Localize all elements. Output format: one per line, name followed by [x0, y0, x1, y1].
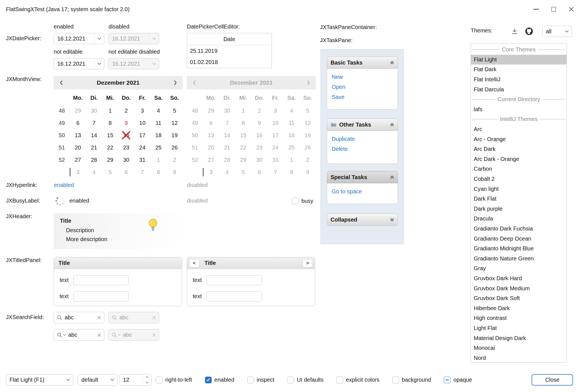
style-combobox[interactable]: default [78, 374, 117, 386]
checkbox-busy[interactable]: busy [292, 196, 313, 206]
monthview-day[interactable]: 30 [118, 154, 135, 166]
expand-icon[interactable] [390, 218, 394, 222]
datepicker-enabled[interactable]: 16.12.2021 [54, 33, 104, 44]
titledpanel-prev-button[interactable]: < [189, 259, 199, 267]
monthview-day[interactable]: 10 [134, 117, 150, 129]
close-window-button[interactable] [562, 0, 580, 18]
monthview-day[interactable]: 2 [118, 104, 135, 117]
collapse-icon[interactable] [390, 61, 394, 65]
taskpane-header-collapsed[interactable]: Collapsed [327, 213, 398, 226]
table-row[interactable]: 01.02.2018 [187, 56, 272, 68]
taskpane-link-delete[interactable]: Delete [332, 144, 393, 154]
monthview-day[interactable]: 13 [70, 129, 86, 141]
monthview-day[interactable]: 17 [134, 129, 150, 141]
theme-item-arc-dark-orange[interactable]: Arc Dark - Orange [471, 154, 567, 164]
close-button[interactable]: Close [532, 374, 573, 386]
taskpane-link-save[interactable]: Save [332, 92, 393, 102]
monthview-day[interactable]: 24 [134, 141, 150, 154]
monthview-day[interactable]: 25 [150, 141, 167, 154]
monthview-day[interactable]: 12 [166, 117, 183, 129]
theme-item-cyan-light[interactable]: Cyan light [471, 184, 567, 194]
next-month-button[interactable] [168, 76, 183, 89]
monthview-day[interactable]: 29 [102, 154, 118, 166]
text-input[interactable] [206, 291, 262, 301]
chevron-down-icon[interactable] [63, 334, 66, 336]
theme-item-carbon[interactable]: Carbon [471, 164, 567, 174]
datepicker-dropdown-button[interactable] [94, 58, 104, 69]
monthview-day[interactable]: 29 [70, 104, 86, 117]
theme-item-gradianto-midnight-blue[interactable]: Gradianto Midnight Blue [471, 244, 567, 254]
hyperlink-enabled[interactable]: enabled [54, 182, 74, 188]
theme-item-gruvbox-dark-soft[interactable]: Gruvbox Dark Soft [471, 293, 567, 303]
theme-item-arc-dark[interactable]: Arc Dark [471, 144, 567, 154]
taskpane-header-basic-tasks[interactable]: Basic Tasks [327, 56, 398, 69]
monthview-day[interactable]: 6 [70, 117, 86, 129]
theme-item-flat-darcula[interactable]: Flat Darcula [471, 84, 567, 94]
checkbox-background[interactable]: background [392, 377, 431, 383]
spinner-down-button[interactable] [143, 380, 151, 386]
checkbox-ui-defaults[interactable]: UI defaults [287, 377, 324, 383]
theme-item-dark-flat[interactable]: Dark Flat [471, 194, 567, 204]
minimize-button[interactable] [527, 0, 545, 18]
checkbox-explicit-colors[interactable]: explicit colors [336, 377, 379, 383]
monthview-day[interactable]: 5 [166, 104, 183, 117]
taskpane-link-open[interactable]: Open [332, 82, 393, 92]
theme-item-high-contrast[interactable]: High contrast [471, 313, 567, 323]
theme-item-flat-intellij[interactable]: Flat IntelliJ [471, 75, 567, 85]
collapse-icon[interactable] [390, 175, 394, 179]
monthview-day[interactable]: 19 [166, 129, 183, 141]
monthview-day[interactable]: 31 [134, 154, 150, 166]
themes-filter-combobox[interactable]: all [542, 26, 572, 37]
monthview-day[interactable]: 26 [166, 141, 183, 154]
theme-item-material-design-dark[interactable]: Material Design Dark [471, 333, 567, 343]
checkbox-opaque[interactable]: opaque [444, 377, 472, 383]
monthview-day[interactable]: 8 [102, 117, 118, 129]
checkbox-enabled[interactable]: enabled [205, 377, 234, 383]
monthview-day[interactable]: 1 [102, 104, 118, 117]
theme-item-gray[interactable]: Gray [471, 263, 567, 274]
theme-item-dracula[interactable]: Dracula [471, 214, 567, 224]
monthview-day[interactable]: 3 [134, 104, 150, 117]
text-input[interactable] [73, 291, 129, 301]
monthview-day[interactable]: 20 [70, 141, 86, 154]
datepicker-not-editable[interactable]: 16.12.2021 [54, 58, 104, 69]
monthview-day[interactable]: 7 [134, 166, 150, 178]
monthview-day[interactable]: 6 [118, 166, 135, 178]
spinner-up-button[interactable] [143, 374, 151, 380]
theme-item-gruvbox-dark-hard[interactable]: Gruvbox Dark Hard [471, 274, 567, 284]
theme-item-dark-purple[interactable]: Dark purple [471, 204, 567, 214]
monthview-day[interactable]: 23 [118, 141, 135, 154]
theme-item-arc-orange[interactable]: Arc - Orange [471, 134, 567, 144]
datepicker-dropdown-button[interactable] [94, 33, 104, 44]
monthview-day[interactable]: 14 [86, 129, 102, 141]
titledpanel-next-button[interactable]: > [303, 259, 313, 267]
monthview-day[interactable]: 30 [86, 104, 102, 117]
theme-item-nord[interactable]: Nord [471, 353, 567, 363]
monthview-day[interactable]: 22 [102, 141, 118, 154]
prev-month-button[interactable] [54, 76, 68, 89]
github-icon[interactable] [525, 27, 534, 36]
theme-item-gruvbox-dark-medium[interactable]: Gruvbox Dark Medium [471, 283, 567, 293]
monthview-day[interactable]: 4 [86, 166, 102, 178]
monthview-day[interactable]: 21 [86, 141, 102, 154]
clear-icon[interactable] [97, 316, 101, 320]
theme-item-arc[interactable]: Arc [471, 124, 567, 134]
monthview-day[interactable]: 4 [150, 104, 167, 117]
taskpane-link-duplicate[interactable]: Duplicate [332, 134, 393, 144]
text-input[interactable] [206, 275, 262, 285]
download-icon[interactable] [511, 27, 518, 35]
table-row[interactable]: 25.11.2019 [187, 45, 272, 56]
monthview-day[interactable]: 15 [102, 129, 118, 141]
monthview-day[interactable]: 16 [118, 129, 135, 141]
monthview-day[interactable]: 1 [150, 154, 167, 166]
monthview-day[interactable]: 27 [70, 154, 86, 166]
checkbox-right-to-left[interactable]: right-to-left [156, 377, 192, 383]
theme-item-flat-light[interactable]: Flat Light [471, 55, 567, 65]
monthview-day[interactable]: 18 [150, 129, 167, 141]
font-size-spinner[interactable]: 12 [119, 374, 152, 386]
theme-item-gradianto-deep-ocean[interactable]: Gradianto Deep Ocean [471, 234, 567, 244]
theme-item-hiberbee-dark[interactable]: Hiberbee Dark [471, 303, 567, 313]
taskpane-header-special-tasks[interactable]: Special Tasks [327, 171, 398, 183]
theme-item-lafs[interactable]: lafs [471, 104, 567, 115]
theme-item-gradianto-dark-fuchsia[interactable]: Gradianto Dark Fuchsia [471, 224, 567, 234]
